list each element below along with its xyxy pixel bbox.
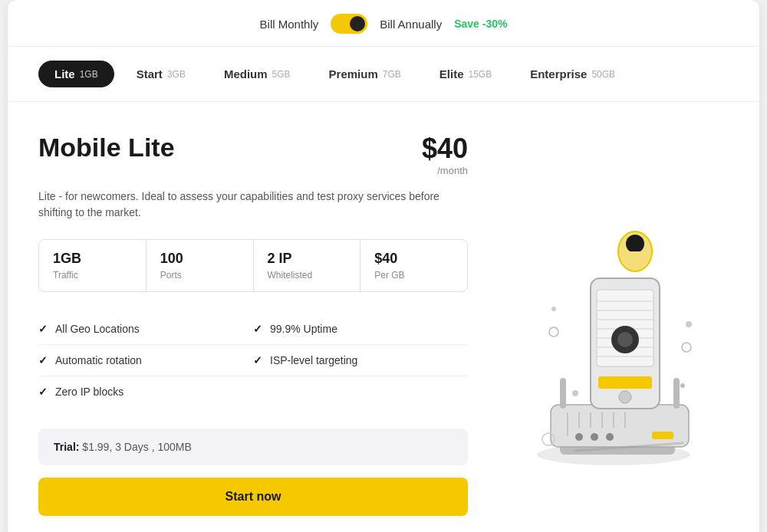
- tab-premium[interactable]: Premium 7GB: [313, 61, 417, 87]
- billing-toggle[interactable]: [331, 14, 367, 34]
- svg-point-5: [606, 433, 614, 441]
- svg-rect-8: [673, 378, 680, 409]
- tab-elite-label: Elite: [439, 67, 464, 80]
- plan-price: $40 /month: [422, 133, 468, 176]
- svg-point-36: [680, 383, 685, 388]
- trial-details: $1.99, 3 Days , 100MB: [82, 441, 191, 453]
- plan-tabs: Lite 1GB Start 3GB Medium 5GB Premium 7G…: [8, 47, 759, 102]
- toggle-knob: [350, 16, 365, 31]
- svg-rect-2: [551, 405, 689, 447]
- svg-point-3: [575, 433, 583, 441]
- start-now-button[interactable]: Start now: [38, 478, 468, 516]
- price-period: /month: [422, 165, 468, 176]
- svg-point-34: [686, 321, 692, 327]
- feature-rotation-label: Automatic rotation: [55, 354, 142, 366]
- feature-zero-blocks-label: Zero IP blocks: [55, 386, 123, 398]
- stat-traffic-value: 1GB: [53, 251, 132, 267]
- features-grid: ✓ All Geo Locations ✓ 99.9% Uptime ✓ Aut…: [38, 314, 468, 407]
- svg-point-31: [549, 327, 558, 337]
- feature-isp: ✓ ISP-level targeting: [253, 345, 468, 376]
- tab-start-label: Start: [137, 67, 163, 80]
- plan-illustration: [483, 133, 729, 516]
- check-icon-4: ✓: [253, 354, 262, 366]
- save-badge: Save -30%: [454, 18, 507, 30]
- tab-enterprise[interactable]: Enterprise 50GB: [514, 61, 631, 87]
- plan-details: Mobile Lite $40 /month Lite - for newcom…: [38, 133, 468, 516]
- check-icon-1: ✓: [38, 323, 48, 335]
- tab-start[interactable]: Start 3GB: [120, 61, 202, 87]
- stat-ports-value: 100: [160, 251, 239, 267]
- svg-rect-6: [652, 432, 673, 439]
- svg-point-4: [591, 433, 598, 441]
- tab-premium-label: Premium: [329, 67, 378, 80]
- tab-medium[interactable]: Medium 5GB: [208, 61, 307, 87]
- stat-ports-label: Ports: [160, 270, 239, 281]
- mobile-illustration: [499, 179, 713, 470]
- bill-monthly-label: Bill Monthly: [260, 18, 319, 31]
- tab-elite[interactable]: Elite 15GB: [423, 61, 508, 87]
- feature-uptime: ✓ 99.9% Uptime: [253, 314, 468, 345]
- tab-start-size: 3GB: [167, 69, 186, 80]
- svg-point-33: [682, 343, 691, 352]
- pricing-card: Bill Monthly Bill Annually Save -30% Lit…: [8, 0, 759, 532]
- main-content: Mobile Lite $40 /month Lite - for newcom…: [8, 102, 759, 532]
- stat-ports: 100 Ports: [146, 240, 254, 291]
- bill-annually-label: Bill Annually: [380, 18, 442, 31]
- svg-point-35: [572, 390, 578, 396]
- feature-zero-blocks: ✓ Zero IP blocks: [38, 376, 253, 407]
- trial-box: Trial: $1.99, 3 Days , 100MB: [38, 429, 468, 465]
- check-icon-2: ✓: [253, 323, 262, 335]
- stat-ip: 2 IP Whitelisted: [254, 240, 361, 291]
- feature-isp-label: ISP-level targeting: [270, 354, 357, 366]
- tab-elite-size: 15GB: [468, 69, 492, 80]
- plan-description: Lite - for newcomers. Ideal to assess yo…: [38, 189, 468, 221]
- tab-enterprise-label: Enterprise: [530, 67, 587, 80]
- tab-medium-size: 5GB: [272, 69, 291, 80]
- stat-traffic-label: Traffic: [53, 270, 132, 281]
- tab-lite[interactable]: Lite 1GB: [38, 61, 114, 87]
- svg-rect-24: [598, 376, 652, 389]
- feature-geo-locations-label: All Geo Locations: [55, 323, 140, 335]
- check-icon-5: ✓: [38, 386, 48, 398]
- svg-point-29: [626, 235, 644, 253]
- plan-title: Mobile Lite: [38, 133, 175, 163]
- feature-uptime-label: 99.9% Uptime: [270, 323, 337, 335]
- stat-per-gb: $40 Per GB: [360, 240, 467, 291]
- tab-lite-label: Lite: [54, 67, 75, 80]
- svg-point-27: [619, 391, 631, 403]
- stat-per-gb-label: Per GB: [374, 270, 453, 281]
- svg-point-32: [551, 307, 556, 311]
- stat-ip-label: Whitelisted: [268, 270, 347, 281]
- feature-geo-locations: ✓ All Geo Locations: [38, 314, 253, 345]
- billing-bar: Bill Monthly Bill Annually Save -30%: [8, 0, 759, 47]
- feature-rotation: ✓ Automatic rotation: [38, 345, 253, 376]
- stats-grid: 1GB Traffic 100 Ports 2 IP Whitelisted $…: [38, 239, 468, 292]
- svg-rect-7: [560, 378, 566, 409]
- tab-lite-size: 1GB: [80, 69, 98, 80]
- tab-enterprise-size: 50GB: [591, 69, 615, 80]
- svg-point-26: [617, 332, 633, 347]
- tab-premium-size: 7GB: [383, 69, 401, 80]
- plan-header: Mobile Lite $40 /month: [38, 133, 468, 176]
- check-icon-3: ✓: [38, 354, 48, 366]
- price-amount: $40: [422, 133, 468, 165]
- stat-ip-value: 2 IP: [268, 251, 347, 267]
- stat-per-gb-value: $40: [374, 251, 453, 267]
- tab-medium-label: Medium: [224, 67, 268, 80]
- trial-label: Trial:: [54, 441, 79, 453]
- stat-traffic: 1GB Traffic: [39, 240, 146, 291]
